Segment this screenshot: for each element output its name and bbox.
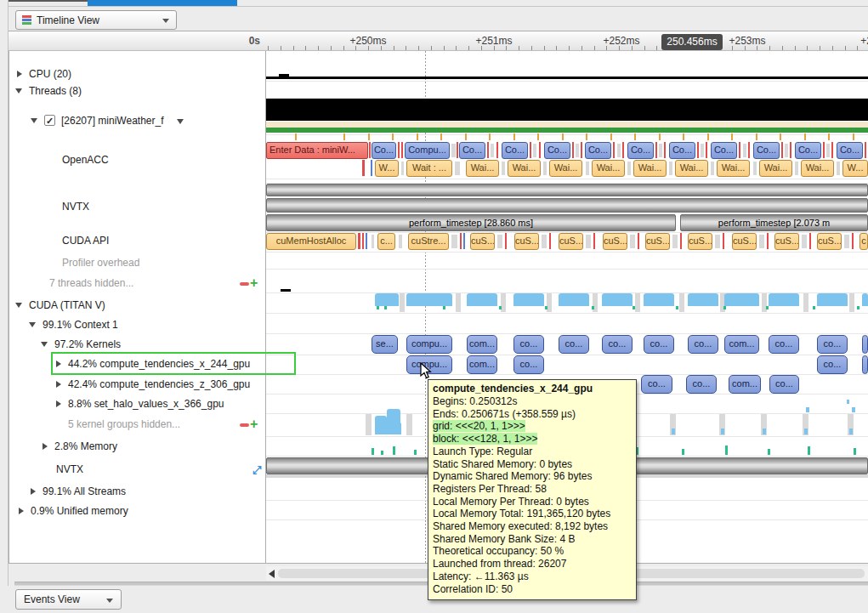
openacc-event[interactable]: Co...: [502, 142, 528, 159]
kernel-x244-event[interactable]: com...: [467, 355, 497, 374]
openacc-wait-event[interactable]: Wai...: [717, 160, 750, 177]
collapse-group-button[interactable]: [240, 282, 249, 286]
openacc-wait-event[interactable]: Wai...: [466, 160, 499, 177]
nvtx-range[interactable]: perform_timestep [2.073 m: [680, 214, 868, 231]
cuda-api-event[interactable]: cuS...: [514, 233, 539, 250]
cuda-api-event[interactable]: cuStre...: [408, 233, 449, 250]
openacc-event[interactable]: Co...: [753, 142, 780, 159]
openacc-event[interactable]: Co...: [669, 142, 695, 159]
timeline-view-dropdown[interactable]: Timeline View: [15, 10, 177, 30]
kernel-event[interactable]: co...: [644, 335, 674, 354]
active-tab-indicator[interactable]: [88, 0, 237, 6]
thread-options-caret-icon[interactable]: [177, 119, 184, 124]
openacc-wait-event[interactable]: Wai...: [801, 160, 834, 177]
kernel-event[interactable]: co...: [559, 335, 589, 354]
tree-collapse-arrow-icon[interactable]: [56, 400, 61, 407]
openacc-wait-event[interactable]: Wai...: [675, 160, 708, 177]
sidebar-item-99-1-all-streams[interactable]: 99.1% All Streams: [43, 485, 126, 497]
kernel-event[interactable]: com...: [724, 335, 759, 354]
sidebar-item-threads-8[interactable]: Threads (8): [29, 85, 82, 97]
openacc-wait-event[interactable]: W...: [842, 160, 868, 177]
openacc-event[interactable]: Enter Data : miniW...: [266, 142, 368, 159]
kernel-event[interactable]: [862, 335, 868, 354]
events-view-dropdown[interactable]: Events View: [15, 589, 122, 610]
nvtx-range[interactable]: perform_timestep [28.860 ms]: [266, 214, 676, 231]
cuda-api-event[interactable]: cuS...: [732, 233, 757, 250]
tree-collapse-arrow-icon[interactable]: [43, 443, 48, 450]
sidebar-item-97-2-kernels[interactable]: 97.2% Kernels: [54, 338, 121, 350]
tree-expand-arrow-icon[interactable]: [29, 322, 36, 327]
tree-collapse-arrow-icon[interactable]: [56, 381, 61, 388]
sidebar-item-42-4-compute-tendencies-z-306-gpu[interactable]: 42.4% compute_tendencies_z_306_gpu: [68, 378, 250, 390]
tree-expand-arrow-icon[interactable]: [41, 342, 48, 347]
openacc-event[interactable]: Co...: [459, 142, 485, 159]
openacc-wait-event[interactable]: Wai...: [759, 160, 792, 177]
kernel-z306-event[interactable]: co...: [641, 375, 672, 394]
openacc-wait-event[interactable]: Wai...: [633, 160, 667, 177]
sidebar-item-99-1-context-1[interactable]: 99.1% Context 1: [43, 319, 118, 331]
cuda-api-event[interactable]: cuS...: [603, 233, 627, 250]
kernel-event[interactable]: co...: [688, 335, 718, 354]
kernel-event[interactable]: compu...: [406, 335, 452, 354]
tree-collapse-arrow-icon[interactable]: [19, 508, 24, 514]
openacc-event[interactable]: Co...: [795, 142, 821, 159]
cuda-api-event[interactable]: c: [859, 233, 868, 250]
openacc-event[interactable]: Co...: [585, 142, 611, 159]
sidebar-item-5-kernel-groups-hidden[interactable]: 5 kernel groups hidden...: [68, 418, 180, 430]
tree-expand-arrow-icon[interactable]: [15, 303, 22, 308]
kernel-z306-event[interactable]: co...: [769, 375, 799, 394]
sidebar-item-7-threads-hidden[interactable]: 7 threads hidden...: [49, 277, 133, 289]
cuda-api-event[interactable]: cuS...: [645, 233, 670, 250]
tree-expand-arrow-icon[interactable]: [15, 88, 22, 94]
openacc-wait-event[interactable]: W...: [375, 160, 399, 177]
tree-expand-arrow-icon[interactable]: [31, 118, 37, 123]
kernel-event[interactable]: co...: [513, 335, 544, 354]
openacc-wait-event[interactable]: Wai...: [508, 160, 541, 177]
openacc-event[interactable]: Co...: [627, 142, 654, 159]
sidebar-item-0-9-unified-memory[interactable]: 0.9% Unified memory: [31, 505, 128, 517]
tree-collapse-arrow-icon[interactable]: [17, 71, 22, 77]
thread-checkbox[interactable]: ✓: [44, 115, 55, 126]
openacc-wait-event[interactable]: Wai...: [549, 160, 582, 177]
sidebar-item-nvtx[interactable]: NVTX: [56, 463, 83, 475]
cuda-api-event[interactable]: cuS...: [470, 233, 495, 250]
sidebar-item-cuda-api[interactable]: CUDA API: [62, 235, 109, 247]
expand-group-button[interactable]: +: [250, 419, 260, 429]
collapse-group-button[interactable]: [240, 423, 249, 427]
kernel-x244-event[interactable]: [862, 355, 868, 374]
expand-group-button[interactable]: +: [250, 278, 260, 288]
sidebar-item-nvtx[interactable]: NVTX: [62, 201, 89, 213]
openacc-event[interactable]: Co...: [372, 142, 396, 159]
sidebar-item-profiler-overhead[interactable]: Profiler overhead: [62, 257, 139, 269]
kernel-event[interactable]: com...: [467, 335, 497, 354]
sidebar-item-26207-miniweather-f[interactable]: [26207] miniWeather_f: [61, 115, 164, 127]
cuda-api-event[interactable]: cuMemHostAlloc: [266, 233, 356, 250]
openacc-event[interactable]: Co...: [544, 142, 570, 159]
kernel-x244-event[interactable]: co...: [817, 355, 848, 374]
row-expand-icon[interactable]: ⤢: [252, 463, 261, 477]
kernel-event[interactable]: se...: [372, 335, 398, 354]
openacc-wait-event[interactable]: Wait : ...: [406, 160, 452, 177]
sidebar-item-openacc[interactable]: OpenACC: [62, 154, 109, 166]
sidebar-item-cuda-titan-v[interactable]: CUDA (TITAN V): [29, 299, 105, 311]
scroll-left-arrow-icon[interactable]: [269, 570, 275, 578]
kernel-x244-event[interactable]: co...: [513, 355, 544, 374]
cuda-api-event[interactable]: cuS...: [817, 233, 842, 250]
kernel-event[interactable]: co...: [817, 335, 848, 354]
openacc-event[interactable]: Compu...: [405, 142, 450, 159]
kernel-z306-event[interactable]: co...: [686, 375, 717, 394]
cuda-api-event[interactable]: cuS...: [559, 233, 583, 250]
sidebar-item-8-8-set-halo-values-x-366-gpu[interactable]: 8.8% set_halo_values_x_366_gpu: [68, 398, 224, 410]
cuda-api-event[interactable]: cuS...: [774, 233, 799, 250]
sidebar-item-cpu-20[interactable]: CPU (20): [29, 68, 71, 80]
kernel-event[interactable]: co...: [769, 335, 799, 354]
cuda-api-event[interactable]: cuS...: [688, 233, 712, 250]
openacc-event[interactable]: Co...: [837, 142, 863, 159]
tree-collapse-arrow-icon[interactable]: [31, 488, 36, 495]
cuda-api-event[interactable]: c...: [377, 233, 395, 250]
openacc-event[interactable]: Co...: [711, 142, 737, 159]
sidebar-item-2-8-memory[interactable]: 2.8% Memory: [54, 440, 117, 452]
kernel-z306-event[interactable]: com...: [729, 375, 761, 394]
openacc-wait-event[interactable]: Wai...: [592, 160, 625, 177]
time-ruler[interactable]: +250ms+251ms+252ms+253ms+2250.456ms: [266, 31, 868, 51]
